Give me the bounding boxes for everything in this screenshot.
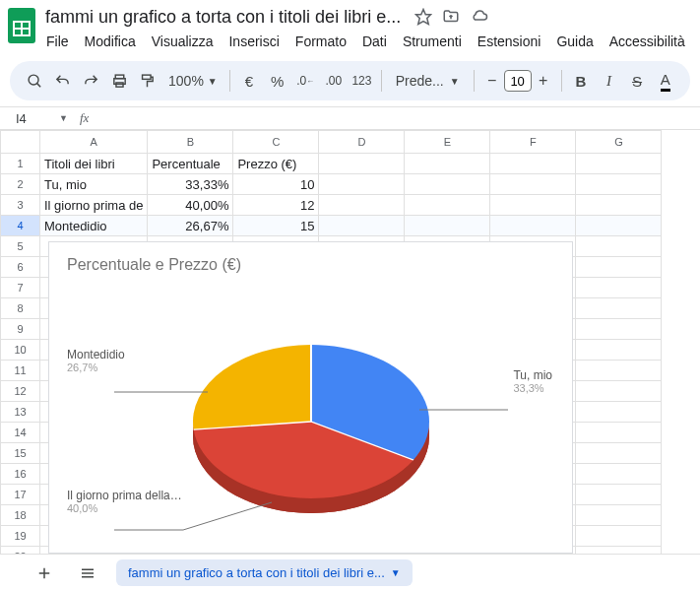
menu-guida[interactable]: Guida bbox=[549, 30, 600, 53]
font-size-decrease[interactable]: − bbox=[480, 72, 504, 90]
cell[interactable]: 40,00% bbox=[148, 195, 233, 216]
row-header[interactable]: 6 bbox=[1, 257, 40, 278]
svg-marker-4 bbox=[416, 10, 431, 25]
row-header[interactable]: 7 bbox=[1, 278, 40, 298]
cell[interactable]: Titoli dei libri bbox=[40, 154, 148, 174]
sheet-tab-bar: fammi un grafico a torta con i titoli de… bbox=[0, 554, 700, 591]
row-header[interactable]: 14 bbox=[1, 423, 40, 443]
redo-icon[interactable] bbox=[78, 67, 104, 95]
row-header[interactable]: 13 bbox=[1, 402, 40, 423]
row-header[interactable]: 8 bbox=[1, 298, 40, 319]
row-header[interactable]: 19 bbox=[1, 526, 40, 547]
undo-icon[interactable] bbox=[50, 67, 77, 95]
row-header[interactable]: 12 bbox=[1, 381, 40, 402]
cell[interactable]: 26,67% bbox=[148, 216, 233, 236]
svg-line-6 bbox=[36, 83, 40, 87]
cell[interactable]: 33,33% bbox=[148, 174, 233, 195]
chart-title: Percentuale e Prezzo (€) bbox=[49, 242, 572, 274]
cloud-status-icon[interactable] bbox=[470, 8, 489, 26]
row-header[interactable]: 16 bbox=[1, 464, 40, 485]
menu-formato[interactable]: Formato bbox=[288, 30, 353, 53]
svg-rect-10 bbox=[143, 75, 152, 79]
menu-inserisci[interactable]: Inserisci bbox=[222, 30, 286, 53]
row-header[interactable]: 9 bbox=[1, 319, 40, 340]
strikethrough-icon[interactable]: S bbox=[624, 67, 651, 95]
row-header[interactable]: 5 bbox=[1, 236, 40, 257]
bold-icon[interactable]: B bbox=[568, 67, 595, 95]
col-header[interactable]: D bbox=[319, 131, 405, 154]
menu-estensioni[interactable]: Estensioni bbox=[471, 30, 548, 53]
cell[interactable]: Percentuale bbox=[148, 154, 233, 174]
fx-icon: fx bbox=[80, 110, 89, 126]
sheet-tab-dropdown-icon[interactable]: ▼ bbox=[391, 567, 401, 578]
svg-point-5 bbox=[29, 75, 38, 85]
print-icon[interactable] bbox=[106, 67, 133, 95]
col-header[interactable]: G bbox=[576, 131, 662, 154]
col-header[interactable]: F bbox=[490, 131, 576, 154]
document-title[interactable]: fammi un grafico a torta con i titoli de… bbox=[39, 5, 407, 30]
cell[interactable]: 15 bbox=[233, 216, 319, 236]
row-header[interactable]: 15 bbox=[1, 443, 40, 464]
cell[interactable]: 10 bbox=[233, 174, 319, 195]
currency-icon[interactable]: € bbox=[236, 67, 263, 95]
cell[interactable]: 12 bbox=[233, 195, 319, 216]
percent-icon[interactable]: % bbox=[264, 67, 290, 95]
row-header[interactable]: 18 bbox=[1, 505, 40, 526]
row-header[interactable]: 2 bbox=[1, 174, 40, 195]
select-all-corner[interactable] bbox=[1, 131, 40, 154]
col-header[interactable]: E bbox=[405, 131, 490, 154]
decrease-decimal-icon[interactable]: .0← bbox=[292, 67, 319, 95]
sheets-logo[interactable] bbox=[8, 6, 35, 45]
paint-format-icon[interactable] bbox=[134, 67, 160, 95]
zoom-select[interactable]: 100%▼ bbox=[162, 73, 223, 89]
move-folder-icon[interactable] bbox=[442, 8, 460, 26]
name-box-dropdown[interactable]: ▼ bbox=[59, 113, 68, 123]
cell[interactable]: Montedidio bbox=[40, 216, 148, 236]
all-sheets-icon[interactable] bbox=[73, 558, 102, 588]
row-header[interactable]: 3 bbox=[1, 195, 40, 216]
slice-label-left: Montedidio26,7% bbox=[67, 348, 125, 373]
font-size-input[interactable] bbox=[504, 70, 532, 92]
more-formats-icon[interactable]: 123 bbox=[349, 67, 375, 95]
toolbar: 100%▼ € % .0← .00 123 Prede...▼ − + B I … bbox=[10, 61, 690, 100]
name-box[interactable]: I4 bbox=[10, 111, 59, 126]
cell[interactable]: Tu, mio bbox=[40, 174, 148, 195]
row-header[interactable]: 1 bbox=[1, 154, 40, 174]
italic-icon[interactable]: I bbox=[596, 67, 622, 95]
cell[interactable]: Prezzo (€) bbox=[233, 154, 319, 174]
spreadsheet-grid[interactable]: A B C D E F G 1Titoli dei libriPercentua… bbox=[0, 130, 700, 591]
increase-decimal-icon[interactable]: .00 bbox=[321, 67, 348, 95]
font-size-increase[interactable]: + bbox=[532, 72, 555, 90]
text-color-icon[interactable]: A bbox=[652, 67, 678, 95]
cell[interactable]: Il giorno prima de bbox=[40, 195, 148, 216]
slice-label-bottom: Il giorno prima della…40,0% bbox=[67, 489, 182, 514]
menu-strumenti[interactable]: Strumenti bbox=[396, 30, 469, 53]
star-icon[interactable] bbox=[414, 8, 432, 26]
row-header[interactable]: 10 bbox=[1, 340, 40, 361]
menu-dati[interactable]: Dati bbox=[355, 30, 394, 53]
row-header[interactable]: 4 bbox=[1, 216, 40, 236]
pie-chart[interactable]: Percentuale e Prezzo (€) bbox=[48, 241, 573, 554]
sheet-tab[interactable]: fammi un grafico a torta con i titoli de… bbox=[116, 559, 413, 586]
col-header[interactable]: B bbox=[148, 131, 233, 154]
menu-visualizza[interactable]: Visualizza bbox=[145, 30, 221, 53]
search-menus-icon[interactable] bbox=[22, 67, 48, 95]
menu-modifica[interactable]: Modifica bbox=[78, 30, 143, 53]
add-sheet-icon[interactable] bbox=[30, 558, 59, 588]
col-header[interactable]: C bbox=[233, 131, 319, 154]
app-header: fammi un grafico a torta con i titoli de… bbox=[0, 0, 700, 53]
svg-line-17 bbox=[183, 502, 272, 530]
col-header[interactable]: A bbox=[40, 131, 148, 154]
slice-label-right: Tu, mio33,3% bbox=[513, 368, 552, 394]
font-family-select[interactable]: Prede...▼ bbox=[388, 73, 468, 89]
menu-file[interactable]: File bbox=[39, 30, 76, 53]
row-header[interactable]: 17 bbox=[1, 485, 40, 505]
menu-bar: File Modifica Visualizza Inserisci Forma… bbox=[39, 30, 692, 53]
menu-accessibilita[interactable]: Accessibilità bbox=[603, 30, 692, 53]
row-header[interactable]: 11 bbox=[1, 361, 40, 381]
formula-bar: I4 ▼ fx bbox=[0, 106, 700, 130]
